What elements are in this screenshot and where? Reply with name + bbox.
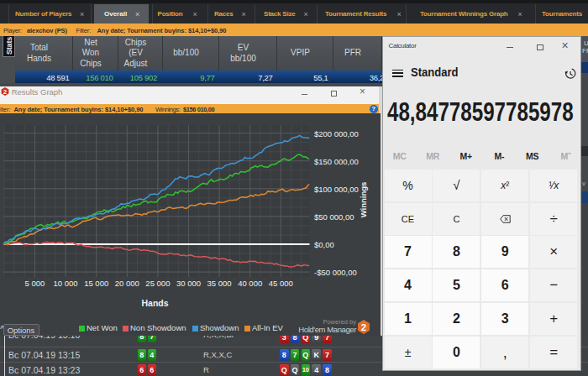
svg-text:25 000: 25 000 [145, 279, 170, 288]
svg-text:Winnings: Winnings [359, 182, 368, 218]
svg-text:20 000: 20 000 [115, 279, 139, 288]
svg-text:-$50 000,00: -$50 000,00 [314, 268, 357, 277]
svg-text:30 000: 30 000 [176, 279, 201, 288]
svg-text:$100 000,00: $100 000,00 [314, 185, 359, 194]
svg-text:Hands: Hands [141, 298, 168, 308]
svg-text:40 000: 40 000 [238, 279, 262, 288]
svg-text:2: 2 [360, 322, 365, 332]
svg-text:10 000: 10 000 [54, 279, 78, 288]
svg-text:$0,00: $0,00 [314, 240, 334, 249]
svg-text:$150 000,00: $150 000,00 [314, 157, 359, 166]
svg-text:$50 000,00: $50 000,00 [314, 212, 354, 222]
svg-text:35 000: 35 000 [207, 279, 232, 288]
svg-text:15 000: 15 000 [84, 279, 108, 288]
svg-text:$200 000,00: $200 000,00 [314, 129, 359, 138]
svg-text:45 000: 45 000 [269, 279, 293, 288]
svg-text:2: 2 [3, 87, 7, 95]
svg-text:5 000: 5 000 [25, 279, 45, 288]
